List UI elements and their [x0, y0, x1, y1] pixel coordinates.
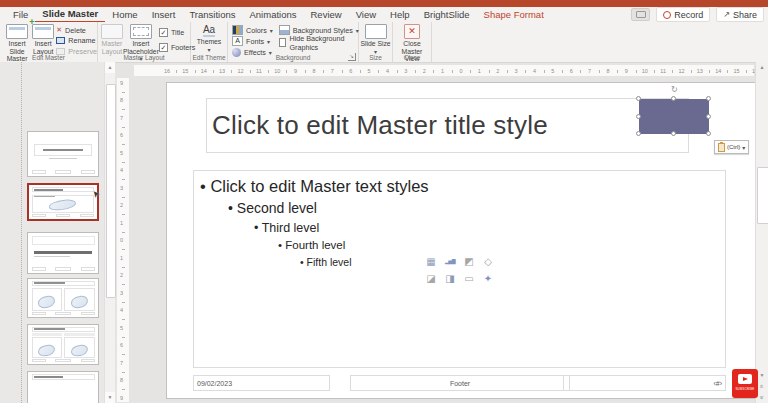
footer-placeholder[interactable]: Footer — [350, 375, 570, 391]
selection-handle[interactable] — [636, 131, 641, 136]
ruler-tick — [709, 70, 710, 73]
thumbnail-detail — [32, 170, 46, 174]
insert-placeholder-button[interactable]: Insert Placeholder ▾ — [123, 24, 159, 54]
pictures-icon[interactable]: ◪ — [425, 272, 438, 285]
footers-checkbox[interactable]: ✓Footers — [159, 43, 195, 52]
slide-size-icon — [365, 24, 387, 39]
thumbnail-scrollbar[interactable]: ▲ ▼ — [104, 62, 115, 403]
slide-size-button[interactable]: Slide Size ▾ — [360, 24, 391, 54]
insert-slide-master-button[interactable]: Insert Slide Master — [4, 24, 30, 54]
ruler-tick — [433, 70, 434, 73]
stock-images-icon[interactable]: ◨ — [444, 272, 457, 285]
record-button[interactable]: Record — [656, 7, 710, 22]
slide-number-placeholder[interactable]: ‹#› — [563, 375, 726, 391]
ruler-number: 8 — [604, 68, 612, 74]
delete-button[interactable]: ✕Delete — [56, 26, 97, 34]
title-checkbox[interactable]: ✓Title — [159, 28, 195, 37]
hide-background-graphics-checkbox[interactable]: Hide Background Graphics — [279, 38, 359, 47]
body-text-level-4: Fourth level — [194, 237, 725, 254]
smartart-icon[interactable]: ◩ — [463, 255, 476, 268]
date-placeholder[interactable]: 09/02/2023 — [193, 375, 330, 391]
tab-home[interactable]: Home — [105, 8, 144, 22]
ruler-tick — [525, 70, 526, 73]
colors-button[interactable]: Colors▾ — [232, 26, 273, 34]
master-layout-button[interactable]: Master Layout — [101, 24, 123, 54]
thumbnail-section-title-layout[interactable] — [27, 232, 99, 274]
master-body-placeholder[interactable]: Click to edit Master text stylesSecond l… — [193, 170, 726, 368]
thumbnail-title-only-layout[interactable] — [27, 371, 99, 403]
insert-icons-icon[interactable]: ✦ — [482, 272, 495, 285]
ruler-tick — [122, 284, 125, 285]
themes-button[interactable]: Aa Themes▾ — [194, 24, 225, 54]
tab-animations[interactable]: Animations — [243, 8, 304, 22]
thumbnail-scrollbar-thumb[interactable] — [106, 84, 116, 298]
selection-handle[interactable] — [706, 114, 711, 119]
themes-icon: Aa — [203, 24, 215, 37]
group-label-size: Size — [359, 54, 392, 61]
ruler-number: 8 — [310, 68, 318, 74]
ruler-number: 6 — [567, 68, 575, 74]
pasted-rectangle-shape[interactable] — [639, 99, 709, 134]
hide-background-graphics-box — [279, 38, 287, 47]
tab-view[interactable]: View — [349, 8, 383, 22]
tab-insert[interactable]: Insert — [145, 8, 183, 22]
thumbnail-detail — [55, 359, 70, 363]
ruler-number: 10 — [273, 68, 281, 74]
thumbnail-detail — [34, 376, 63, 378]
insert-layout-button[interactable]: Insert Layout — [30, 24, 56, 54]
thumbnail-title-slide-layout[interactable] — [27, 131, 99, 177]
thumbnail-detail — [55, 267, 70, 271]
scroll-up-icon[interactable]: ▲ — [105, 62, 115, 73]
chart-icon[interactable]: ▂▅▇ — [444, 255, 457, 268]
ruler-tick — [122, 372, 125, 373]
selection-handle[interactable] — [671, 131, 676, 136]
body-text-level-3: Third level — [194, 219, 725, 237]
rotate-handle-icon[interactable]: ↻ — [671, 86, 678, 93]
ruler-tick — [122, 197, 125, 198]
share-button[interactable]: ↗ Share — [716, 7, 764, 22]
tab-shape-format[interactable]: Shape Format — [477, 8, 551, 22]
ruler-tick — [727, 70, 728, 73]
ruler-tick — [562, 70, 563, 73]
thumbnail-detail — [81, 359, 95, 363]
table-icon[interactable]: ▦ — [425, 255, 438, 268]
3d-model-icon[interactable]: ◇ — [482, 255, 495, 268]
selection-handle[interactable] — [671, 96, 676, 101]
subscribe-badge[interactable]: SUBSCRIBE — [732, 369, 758, 398]
tab-transitions[interactable]: Transitions — [182, 8, 242, 22]
insert-slide-master-icon — [6, 24, 28, 39]
thumbnail-master-slide[interactable] — [27, 183, 99, 221]
selection-handle[interactable] — [636, 96, 641, 101]
selection-handle[interactable] — [706, 131, 711, 136]
master-title-placeholder[interactable]: Click to edit Master title style — [206, 98, 689, 153]
ruler-tick — [672, 70, 673, 73]
slide-scrollbar-thumb[interactable] — [757, 167, 768, 224]
scroll-up-icon[interactable]: ▲ — [756, 62, 768, 73]
selection-handle[interactable] — [636, 114, 641, 119]
fonts-button[interactable]: AFonts▾ — [232, 37, 273, 45]
thumbnail-comparison-layout[interactable] — [27, 324, 99, 365]
ribbon-group-edit-theme: Aa Themes▾ Edit Theme — [191, 22, 228, 62]
tab-review[interactable]: Review — [304, 8, 349, 22]
tab-slide-master[interactable]: Slide Master — [35, 7, 105, 23]
rename-button[interactable]: Rename — [56, 37, 97, 45]
ruler-tick — [122, 127, 125, 128]
paste-options-button[interactable]: (Ctrl) ▾ — [714, 140, 749, 154]
background-dialog-launcher[interactable]: ↘ — [348, 53, 356, 61]
slide-canvas[interactable]: Click to edit Master title style Click t… — [166, 82, 756, 399]
video-icon[interactable]: ▭ — [463, 272, 476, 285]
thumbnail-detail — [55, 170, 70, 174]
comments-button[interactable] — [631, 8, 650, 21]
slide-area-scrollbar[interactable]: ▲ ▼ « « — [755, 62, 768, 403]
thumbnail-two-content-layout[interactable] — [27, 278, 99, 318]
ruler-number: 5 — [120, 325, 123, 332]
tab-brightslide[interactable]: BrightSlide — [417, 8, 477, 22]
tab-help[interactable]: Help — [383, 8, 417, 22]
selection-handle[interactable] — [706, 96, 711, 101]
ruler-number: 10 — [641, 68, 649, 74]
close-master-view-button[interactable]: ✕ Close Master View — [394, 24, 430, 54]
dropdown-arrow-icon: ▾ — [207, 47, 210, 53]
scroll-down-icon[interactable]: ▼ — [105, 392, 115, 403]
thumbnail-detail — [34, 256, 70, 257]
ruler-number: 13 — [696, 68, 704, 74]
